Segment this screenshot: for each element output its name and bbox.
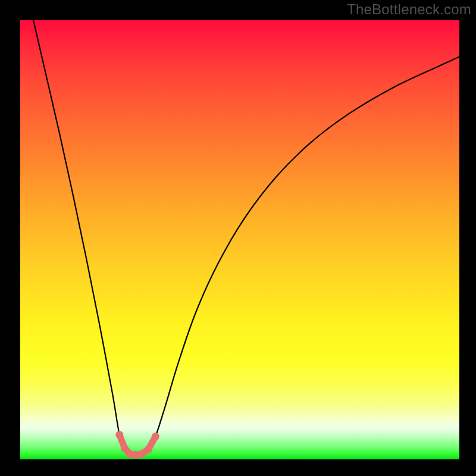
- watermark-text: TheBottleneck.com: [347, 1, 471, 18]
- curve-svg: [20, 20, 459, 459]
- marker-dot: [115, 431, 123, 439]
- bottleneck-curve: [33, 20, 459, 455]
- chart-root: TheBottleneck.com: [0, 0, 476, 476]
- marker-group: [115, 431, 159, 459]
- marker-dot: [152, 433, 159, 440]
- marker-dot: [121, 444, 129, 452]
- plot-area: [20, 20, 459, 459]
- marker-dot: [145, 446, 152, 453]
- marker-dot: [137, 450, 145, 458]
